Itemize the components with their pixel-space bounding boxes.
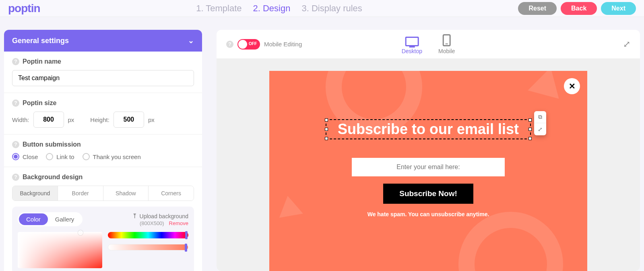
- section-background-design: ? Background design Background Border Sh…: [4, 167, 202, 271]
- popup-subscribe-button[interactable]: Subscribe Now!: [383, 184, 473, 204]
- app-header: poptin 1. Template 2. Design 3. Display …: [0, 0, 644, 17]
- next-button[interactable]: Next: [601, 2, 636, 15]
- pill-gallery[interactable]: Gallery: [48, 213, 82, 225]
- size-label: Poptin size: [23, 99, 56, 107]
- help-icon[interactable]: ?: [226, 41, 233, 48]
- wizard-steps: 1. Template 2. Design 3. Display rules: [40, 3, 518, 14]
- section-name: ? Poptin name: [4, 52, 202, 93]
- help-icon[interactable]: ?: [12, 58, 19, 65]
- expand-element-icon[interactable]: ⤢: [534, 123, 546, 135]
- section-size: ? Poptin size Width: px Height: px: [4, 93, 202, 134]
- px-unit: px: [148, 116, 155, 123]
- radio-thank-you[interactable]: Thank you screen: [83, 153, 141, 160]
- chevron-down-icon: ⌄: [188, 36, 194, 45]
- poptin-name-input[interactable]: [12, 70, 194, 86]
- remove-background-link[interactable]: Remove: [169, 220, 188, 226]
- desktop-icon: [405, 37, 419, 46]
- bgdesign-label: Background design: [23, 174, 83, 181]
- upload-background-link[interactable]: ⤒ Upload background: [132, 212, 188, 220]
- tab-background[interactable]: Background: [12, 186, 58, 201]
- canvas-stage[interactable]: ✕ Subscribe to our email list: [217, 59, 640, 271]
- resize-handle[interactable]: [325, 137, 328, 140]
- toggle-knob: [238, 40, 247, 49]
- help-icon[interactable]: ?: [12, 174, 19, 181]
- upload-dims: (800X500): [140, 220, 164, 226]
- radio-icon: [12, 153, 19, 160]
- bg-tabs: Background Border Shadow Corners: [12, 186, 194, 201]
- tab-corners[interactable]: Corners: [149, 186, 194, 201]
- resize-handle[interactable]: [528, 118, 532, 122]
- headline-element[interactable]: Subscribe to our email list ⧉ ⤢: [326, 119, 531, 139]
- slider-handle[interactable]: [185, 244, 187, 252]
- mobile-icon: [443, 34, 451, 46]
- height-input[interactable]: [114, 112, 144, 128]
- duplicate-icon[interactable]: ⧉: [534, 111, 546, 123]
- resize-handle[interactable]: [528, 137, 532, 140]
- mobile-editing-toggle[interactable]: OFF: [237, 39, 260, 50]
- alpha-slider[interactable]: [108, 244, 188, 250]
- radio-icon: [83, 153, 90, 160]
- width-label: Width:: [12, 116, 29, 123]
- general-settings-header[interactable]: General settings ⌄: [4, 30, 202, 52]
- hue-slider[interactable]: [108, 232, 188, 238]
- header-actions: Reset Back Next: [518, 2, 636, 15]
- popup-note: We hate spam. You can unsubscribe anytim…: [367, 211, 489, 217]
- tab-border[interactable]: Border: [58, 186, 103, 201]
- device-tab-desktop[interactable]: Desktop: [402, 37, 422, 54]
- resize-handle[interactable]: [528, 128, 532, 131]
- selection-box: [326, 119, 531, 139]
- tab-shadow[interactable]: Shadow: [103, 186, 149, 201]
- upload-icon: ⤒: [132, 212, 137, 220]
- bg-shape: [458, 212, 563, 271]
- step-design[interactable]: 2. Design: [253, 3, 291, 14]
- canvas-toolbar: ? OFF Mobile Editing Desktop Mobile ⤢: [217, 30, 640, 59]
- width-input[interactable]: [33, 112, 64, 128]
- settings-sidebar: General settings ⌄ ? Poptin name ? Popti…: [4, 30, 202, 271]
- expand-icon[interactable]: ⤢: [623, 39, 630, 50]
- popup-email-input[interactable]: [352, 158, 505, 176]
- px-unit: px: [68, 116, 74, 123]
- name-label: Poptin name: [23, 58, 61, 65]
- radio-link-to[interactable]: Link to: [46, 153, 74, 160]
- back-button[interactable]: Back: [561, 2, 597, 15]
- resize-handle[interactable]: [325, 118, 328, 122]
- help-icon[interactable]: ?: [12, 141, 19, 148]
- radio-icon: [46, 153, 53, 160]
- picker-handle[interactable]: [78, 230, 83, 235]
- slider-handle[interactable]: [185, 231, 188, 239]
- radio-close[interactable]: Close: [12, 153, 38, 160]
- popup-preview[interactable]: ✕ Subscribe to our email list: [269, 71, 587, 271]
- color-saturation-picker[interactable]: [18, 232, 102, 268]
- element-actions: ⧉ ⤢: [534, 111, 546, 135]
- help-icon[interactable]: ?: [12, 99, 19, 107]
- step-display-rules[interactable]: 3. Display rules: [301, 3, 362, 14]
- height-label: Height:: [90, 116, 109, 123]
- reset-button[interactable]: Reset: [518, 2, 557, 15]
- resize-handle[interactable]: [325, 128, 328, 131]
- bg-mode-toggle: Color Gallery: [18, 212, 83, 226]
- pill-color[interactable]: Color: [19, 213, 48, 225]
- panel-title: General settings: [12, 37, 69, 45]
- device-tab-mobile[interactable]: Mobile: [438, 34, 455, 54]
- logo: poptin: [8, 2, 40, 15]
- step-template[interactable]: 1. Template: [196, 3, 242, 14]
- section-submission: ? Button submission Close Link to Thank …: [4, 134, 202, 167]
- canvas-area: ? OFF Mobile Editing Desktop Mobile ⤢: [217, 30, 640, 271]
- mobile-editing-label: Mobile Editing: [264, 41, 302, 48]
- submission-label: Button submission: [23, 141, 81, 148]
